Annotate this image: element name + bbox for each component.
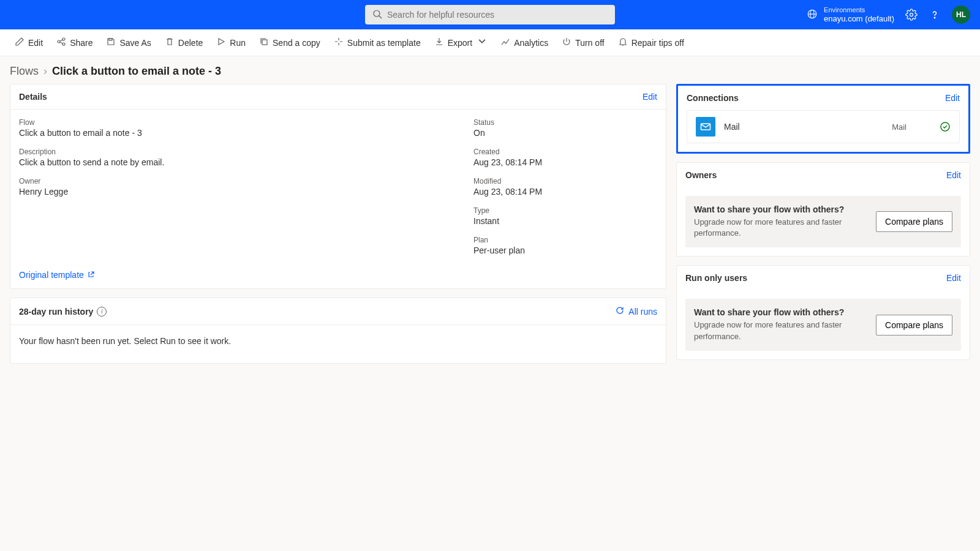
cmd-label: Delete [178,38,203,48]
pencil-icon [15,37,24,48]
submit-template-button[interactable]: Submit as template [328,33,427,52]
run-history-empty: Your flow hasn't been run yet. Select Ru… [10,325,666,363]
run-only-heading: Run only users [685,273,747,283]
cmd-label: Save As [119,38,151,48]
owners-card: Owners Edit Want to share your flow with… [676,162,970,257]
template-icon [334,37,344,48]
cmd-label: Send a copy [273,38,320,48]
svg-rect-13 [262,40,267,45]
turn-off-button[interactable]: Turn off [556,33,610,52]
original-template-link[interactable]: Original template [19,270,95,280]
svg-point-7 [58,40,60,43]
plan-value: Per-user plan [473,246,657,255]
type-value: Instant [473,216,657,226]
modified-label: Modified [473,177,657,186]
svg-rect-12 [109,39,112,40]
avatar[interactable]: HL [952,6,970,24]
analytics-button[interactable]: Analytics [494,33,554,52]
svg-point-8 [62,38,65,40]
flow-value: Click a button to email a note - 3 [19,128,449,138]
chevron-right-icon: › [43,65,47,78]
compare-plans-button[interactable]: Compare plans [876,211,952,232]
share-icon [56,37,66,48]
cmd-label: Analytics [514,38,548,48]
created-label: Created [473,148,657,156]
cmd-label: Submit as template [347,38,421,48]
chevron-down-icon [477,37,487,48]
save-icon [106,37,116,48]
delete-button[interactable]: Delete [159,33,209,52]
play-icon [216,37,226,48]
svg-point-9 [62,43,65,45]
search-box[interactable] [365,5,615,24]
promo-subtitle: Upgrade now for more features and faster… [694,320,867,342]
share-button[interactable]: Share [50,33,99,52]
template-link-label: Original template [19,270,84,280]
connections-card: Connections Edit Mail Mail [676,84,970,154]
run-button[interactable]: Run [210,33,252,52]
send-copy-button[interactable]: Send a copy [253,33,326,52]
owner-label: Owner [19,177,449,186]
cmd-label: Share [70,38,92,48]
settings-icon[interactable] [905,9,918,21]
repair-tips-button[interactable]: Repair tips off [612,33,690,52]
details-card: Details Edit Flow Click a button to emai… [10,84,666,289]
save-as-button[interactable]: Save As [100,33,157,52]
plan-label: Plan [473,236,657,244]
run-history-card: 28-day run history i All runs Your flow … [10,298,666,364]
svg-line-10 [60,40,62,41]
cmd-label: Edit [28,38,43,48]
description-label: Description [19,148,449,156]
help-icon[interactable] [929,9,941,21]
export-button[interactable]: Export [428,33,493,52]
modified-value: Aug 23, 08:14 PM [473,187,657,197]
cmd-label: Export [448,38,472,48]
edit-button[interactable]: Edit [9,33,49,52]
svg-point-6 [934,17,935,18]
top-bar: Environments enayu.com (default) HL [0,0,980,29]
run-only-edit-link[interactable]: Edit [946,273,961,283]
status-label: Status [473,118,657,127]
copy-icon [259,37,269,48]
environment-switcher[interactable]: Environments enayu.com (default) [807,6,894,24]
svg-point-5 [910,13,913,17]
environment-name: enayu.com (default) [824,14,894,24]
trash-icon [165,37,175,48]
export-icon [434,37,444,48]
promo-title: Want to share your flow with others? [694,307,867,317]
open-link-icon [88,270,95,280]
connection-type: Mail [892,122,907,132]
environment-label: Environments [824,6,894,14]
created-value: Aug 23, 08:14 PM [473,157,657,167]
owners-promo: Want to share your flow with others? Upg… [685,196,961,247]
connection-item[interactable]: Mail Mail [687,110,960,143]
connection-name: Mail [724,122,740,132]
all-runs-link[interactable]: All runs [615,305,657,317]
owners-edit-link[interactable]: Edit [946,170,961,180]
run-history-heading: 28-day run history [19,307,93,317]
compare-plans-button[interactable]: Compare plans [876,315,952,335]
description-value: Click a button to send a note by email. [19,157,449,167]
promo-title: Want to share your flow with others? [694,204,867,214]
cmd-label: Run [230,38,246,48]
command-bar: Edit Share Save As Delete Run Send a cop… [0,29,980,56]
search-icon [372,9,382,21]
svg-line-11 [60,42,62,43]
owner-value: Henry Legge [19,187,449,197]
breadcrumb: Flows › Click a button to email a note -… [0,56,980,84]
search-input[interactable] [387,10,608,20]
breadcrumb-root[interactable]: Flows [10,65,39,78]
bell-icon [618,37,628,48]
connections-edit-link[interactable]: Edit [945,93,960,103]
breadcrumb-current: Click a button to email a note - 3 [52,65,221,78]
cmd-label: Turn off [575,38,604,48]
power-icon [562,37,571,48]
run-only-promo: Want to share your flow with others? Upg… [685,299,961,350]
svg-point-0 [374,10,380,17]
info-icon[interactable]: i [97,307,107,317]
cmd-label: Repair tips off [631,38,684,48]
svg-line-1 [379,16,382,18]
mail-icon [696,117,715,137]
flow-label: Flow [19,118,449,127]
details-edit-link[interactable]: Edit [643,92,657,102]
